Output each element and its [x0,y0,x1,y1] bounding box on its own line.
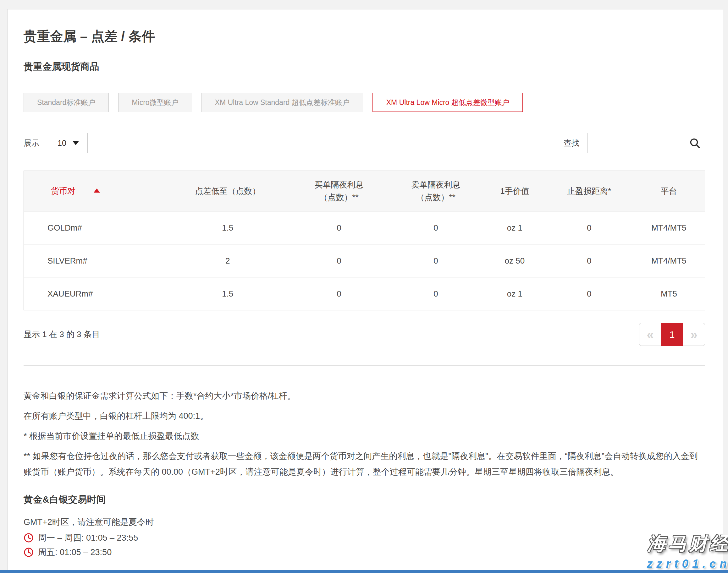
tab-standard-account[interactable]: Standard标准账户 [23,93,109,112]
symbol-cell: XAUEURm# [24,277,165,310]
trading-hours-text: 周五: 01:05 – 23:50 [38,546,111,558]
column-header-label: 止盈损距离* [567,186,611,196]
search-input[interactable] [588,133,705,153]
clock-icon [23,533,34,543]
value-cell: 0 [291,277,388,310]
column-header-label: 平台 [661,186,677,196]
column-header[interactable]: 卖单隔夜利息 （点数）** [388,171,484,211]
value-cell: 1.5 [165,277,291,310]
column-header[interactable]: 止盈损距离* [545,171,633,211]
search-box [587,133,705,153]
spreads-table: 货币对点差低至（点数）买单隔夜利息 （点数）**卖单隔夜利息 （点数）**1手价… [23,170,705,310]
main-content-card: 贵重金属 – 点差 / 条件 贵重金属现货商品 Standard标准账户Micr… [7,9,723,573]
trading-hours-line: 周一 – 周四: 01:05 – 23:55 [23,532,705,543]
column-header[interactable]: 买单隔夜利息 （点数）** [291,171,388,211]
note-paragraph: * 根据当前市价设置挂单的最低止损盈最低点数 [23,428,705,444]
value-cell: MT5 [633,277,705,310]
symbol-cell: SILVERm# [24,245,165,277]
value-cell: 0 [388,211,484,245]
sort-asc-icon [94,189,100,193]
column-header[interactable]: 平台 [633,171,705,211]
value-cell: 2 [165,245,291,277]
value-cell: oz 50 [484,245,545,277]
show-label: 展示 [23,138,39,148]
search-icon [689,137,701,149]
value-cell: 0 [291,211,388,245]
column-header-label: 卖单隔夜利息 （点数）** [411,180,460,202]
column-header-label: 买单隔夜利息 （点数）** [314,180,364,202]
value-cell: oz 1 [484,277,545,310]
page-subtitle: 贵重金属现货商品 [23,60,705,73]
value-cell: 1.5 [165,211,291,245]
column-header-label: 点差低至（点数） [195,186,260,196]
column-header[interactable]: 点差低至（点数） [165,171,291,211]
notes-section: 黄金和白银的保证金需求计算公式如下：手数*合约大小*市场价格/杠杆。在所有账户类… [23,388,705,480]
chevron-down-icon [72,141,79,145]
trading-hours-line: 周五: 01:05 – 23:50 [23,546,705,558]
value-cell: 0 [291,245,388,277]
trading-hours-heading: 黄金&白银交易时间 [23,493,705,506]
pagination: « 1 » [639,323,705,346]
content-area: 贵重金属 – 点差 / 条件 贵重金属现货商品 Standard标准账户Micr… [7,9,723,573]
note-paragraph: 在所有账户类型中，白银的杠杆上限均为 400:1。 [23,408,705,424]
table-row: XAUEURm#1.500oz 10MT5 [24,277,705,310]
note-paragraph: 黄金和白银的保证金需求计算公式如下：手数*合约大小*市场价格/杠杆。 [23,388,705,404]
table-body: GOLDm#1.500oz 10MT4/MT5SILVERm#200oz 500… [24,211,705,310]
table-header: 货币对点差低至（点数）买单隔夜利息 （点数）**卖单隔夜利息 （点数）**1手价… [24,171,705,211]
search-label: 查找 [564,138,579,148]
trading-hours-timezone: GMT+2时区，请注意可能是夏令时 [23,516,705,529]
tab-ultra-low-standard-account[interactable]: XM Ultra Low Standard 超低点差标准账户 [201,93,363,112]
note-paragraph: ** 如果您有仓位持仓过夜的话，那么您会支付或者获取一些金额，该金额便是两个货币… [23,449,705,480]
page-size-dropdown[interactable]: 10 [49,133,88,153]
pagination-summary: 显示 1 在 3 的 3 条目 [23,329,100,340]
value-cell: oz 1 [484,211,545,245]
page-size-value: 10 [57,139,66,148]
pagination-prev-button[interactable]: « [639,323,661,346]
value-cell: 0 [388,245,484,277]
pagination-current-page[interactable]: 1 [661,323,683,346]
table-header-row: 货币对点差低至（点数）买单隔夜利息 （点数）**卖单隔夜利息 （点数）**1手价… [24,171,705,211]
value-cell: 0 [545,245,633,277]
account-type-tabs: Standard标准账户Micro微型账户XM Ultra Low Standa… [23,93,705,112]
table-row: GOLDm#1.500oz 10MT4/MT5 [24,211,705,245]
tab-micro-account[interactable]: Micro微型账户 [118,93,192,112]
value-cell: 0 [545,211,633,245]
bottom-blue-bar [0,570,728,573]
value-cell: 0 [545,277,633,310]
trading-hours-schedule: 周一 – 周四: 01:05 – 23:55周五: 01:05 – 23:50 [23,532,705,558]
clock-icon [23,547,34,557]
column-header-label: 1手价值 [500,186,529,196]
table-controls: 展示 10 查找 [23,133,705,153]
tab-ultra-low-micro-account[interactable]: XM Ultra Low Micro 超低点差微型账户 [373,93,523,112]
symbol-cell: GOLDm# [24,211,165,245]
value-cell: MT4/MT5 [633,245,705,277]
section-divider [23,365,705,366]
column-header-label: 货币对 [51,186,76,196]
table-row: SILVERm#200oz 500MT4/MT5 [24,245,705,277]
column-header[interactable]: 1手价值 [484,171,545,211]
page-title: 贵重金属 – 点差 / 条件 [23,28,705,45]
pagination-row: 显示 1 在 3 的 3 条目 « 1 » [23,323,705,346]
pagination-next-button[interactable]: » [683,323,705,346]
value-cell: 0 [388,277,484,310]
column-header[interactable]: 货币对 [24,171,165,211]
value-cell: MT4/MT5 [633,211,705,245]
trading-hours-text: 周一 – 周四: 01:05 – 23:55 [38,532,138,543]
